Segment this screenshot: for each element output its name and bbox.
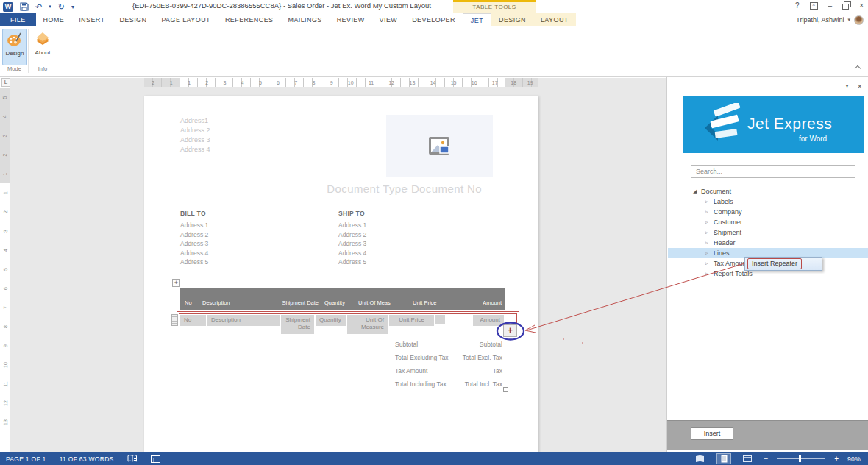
totals-value[interactable]: Subtotal bbox=[480, 341, 502, 348]
insert-row-plus-button[interactable]: + bbox=[503, 324, 517, 337]
totals-value[interactable]: Tax bbox=[493, 367, 502, 375]
content-control-chip[interactable]: No bbox=[180, 315, 206, 326]
table-move-handle[interactable]: + bbox=[172, 279, 180, 287]
ribbon-tab[interactable]: FILE bbox=[0, 13, 36, 26]
ribbon-tab[interactable]: INSERT bbox=[71, 13, 112, 26]
restore-icon[interactable] bbox=[842, 4, 849, 10]
table-header-cell: Quantity bbox=[324, 299, 358, 306]
group-label-mode: Mode bbox=[0, 65, 29, 72]
account-area[interactable]: Tripathi, Ashwini ▾ bbox=[796, 13, 864, 26]
expander-icon[interactable]: ◢ bbox=[693, 188, 701, 194]
expander-icon[interactable]: ▹ bbox=[705, 230, 714, 235]
undo-icon[interactable]: ↶ bbox=[35, 1, 42, 12]
contextual-tab[interactable]: LAYOUT bbox=[533, 13, 576, 26]
zoom-out-button[interactable]: − bbox=[764, 455, 768, 463]
bill-to-line: Address 4 bbox=[180, 249, 208, 258]
content-control-chip[interactable]: Unit Price bbox=[389, 315, 434, 326]
ribbon-tab[interactable]: JET bbox=[463, 13, 491, 26]
content-control-chip[interactable] bbox=[435, 315, 445, 324]
search-input[interactable] bbox=[691, 165, 855, 178]
ribbon-tab[interactable]: VIEW bbox=[372, 13, 405, 26]
tree-item[interactable]: ▹ Customer bbox=[668, 217, 868, 227]
pane-options-icon[interactable]: ▾ bbox=[846, 81, 849, 91]
pane-controls: ▾ × bbox=[846, 81, 862, 91]
minimize-icon[interactable]: – bbox=[828, 1, 833, 10]
redo-icon[interactable]: ↻ bbox=[58, 1, 65, 12]
user-dropdown-icon[interactable]: ▾ bbox=[847, 17, 850, 23]
row-drag-handle[interactable] bbox=[171, 314, 178, 326]
table-field-cell: Shipment Date bbox=[281, 315, 316, 334]
ribbon-tab[interactable]: PAGE LAYOUT bbox=[154, 13, 218, 26]
content-control-chip[interactable]: Unit Of Measure bbox=[347, 315, 388, 334]
ribbon-display-options-icon[interactable]: ^ bbox=[810, 2, 818, 10]
contextual-tab[interactable]: DESIGN bbox=[491, 13, 533, 26]
tree-item-label: Document bbox=[701, 188, 731, 195]
expander-icon[interactable]: ▹ bbox=[705, 250, 714, 256]
content-control-checkbox[interactable] bbox=[503, 387, 508, 392]
document-title-placeholder[interactable]: Document Type Document No bbox=[309, 182, 482, 195]
avatar[interactable] bbox=[854, 15, 864, 25]
about-button[interactable]: About bbox=[30, 29, 55, 65]
word-app-icon[interactable]: W bbox=[3, 2, 13, 12]
ribbon-tab[interactable]: MAILINGS bbox=[280, 13, 329, 26]
tab-stop-selector[interactable]: L bbox=[1, 78, 10, 87]
insert-button[interactable]: Insert bbox=[691, 427, 733, 440]
content-control-chip[interactable]: Amount bbox=[473, 315, 504, 326]
print-layout-button[interactable] bbox=[716, 453, 731, 464]
zoom-level[interactable]: 90% bbox=[847, 455, 861, 463]
ruler-number: 4 bbox=[2, 115, 7, 118]
content-control-chip[interactable]: Description bbox=[207, 315, 280, 326]
undo-dropdown-icon[interactable]: ▾ bbox=[49, 4, 51, 10]
ruler-number: 10 bbox=[348, 80, 354, 85]
totals-value[interactable]: Total Excl. Tax bbox=[463, 354, 502, 361]
save-icon[interactable] bbox=[20, 2, 29, 11]
design-mode-button[interactable]: Design bbox=[2, 29, 27, 65]
expander-icon[interactable]: ▹ bbox=[705, 271, 714, 277]
expander-icon[interactable]: ▹ bbox=[705, 260, 714, 266]
content-control-chip[interactable]: Quantity bbox=[316, 315, 346, 326]
zoom-slider[interactable] bbox=[777, 458, 825, 459]
expander-icon[interactable]: ▹ bbox=[705, 199, 714, 205]
group-label-info: Info bbox=[29, 65, 57, 72]
tree-item[interactable]: ◢ Document bbox=[668, 186, 868, 196]
tree-item-label: Header bbox=[714, 239, 736, 246]
expander-icon[interactable]: ▹ bbox=[705, 209, 714, 215]
ribbon-tab[interactable]: REVIEW bbox=[330, 13, 372, 26]
totals-label: Total Including Tax bbox=[395, 380, 447, 388]
insert-repeater-tooltip[interactable]: Insert Repeater bbox=[744, 257, 822, 271]
zoom-slider-thumb[interactable] bbox=[799, 455, 801, 462]
macro-icon[interactable] bbox=[151, 455, 160, 463]
ruler-number: 12 bbox=[0, 400, 14, 406]
help-icon[interactable]: ? bbox=[795, 1, 800, 10]
proofing-errors-icon[interactable] bbox=[127, 455, 138, 463]
tree-item[interactable]: ▹ Header bbox=[668, 238, 868, 248]
ribbon-tab[interactable]: DEVELOPER bbox=[405, 13, 463, 26]
ribbon-tab[interactable]: REFERENCES bbox=[218, 13, 281, 26]
ruler-number: 14 bbox=[430, 80, 436, 85]
expander-icon[interactable]: ▹ bbox=[705, 240, 714, 246]
close-icon[interactable]: × bbox=[859, 1, 864, 10]
ruler-number: 3 bbox=[224, 80, 227, 85]
read-mode-button[interactable] bbox=[693, 453, 708, 464]
web-layout-button[interactable] bbox=[740, 453, 755, 464]
zoom-in-button[interactable]: + bbox=[834, 455, 839, 463]
tree-item[interactable]: ▹ Shipment bbox=[668, 227, 868, 238]
document-page[interactable]: Address1Address 2Address 3Address 4 Docu… bbox=[144, 96, 538, 452]
page-indicator[interactable]: PAGE 1 OF 1 bbox=[6, 455, 46, 463]
tree-item[interactable]: ▹ Company bbox=[668, 207, 868, 217]
web-layout-icon bbox=[743, 455, 752, 462]
image-placeholder[interactable] bbox=[386, 115, 493, 177]
tree-item[interactable]: ▹ Labels bbox=[668, 196, 868, 207]
customize-qat-icon[interactable]: ▾ bbox=[71, 4, 74, 10]
bill-to-line: Address 3 bbox=[180, 239, 208, 249]
ruler-number: 1 bbox=[2, 172, 7, 175]
content-control-chip[interactable]: Shipment Date bbox=[281, 315, 314, 334]
word-count[interactable]: 11 OF 63 WORDS bbox=[60, 455, 114, 463]
ribbon-tab[interactable]: HOME bbox=[36, 13, 72, 26]
collapse-ribbon-icon[interactable] bbox=[855, 65, 861, 71]
ribbon-tab[interactable]: DESIGN bbox=[112, 13, 154, 26]
ship-to-line: Address 1 bbox=[338, 221, 366, 230]
pane-close-icon[interactable]: × bbox=[858, 81, 862, 91]
expander-icon[interactable]: ▹ bbox=[705, 219, 714, 225]
totals-value[interactable]: Total Incl. Tax bbox=[465, 380, 502, 388]
